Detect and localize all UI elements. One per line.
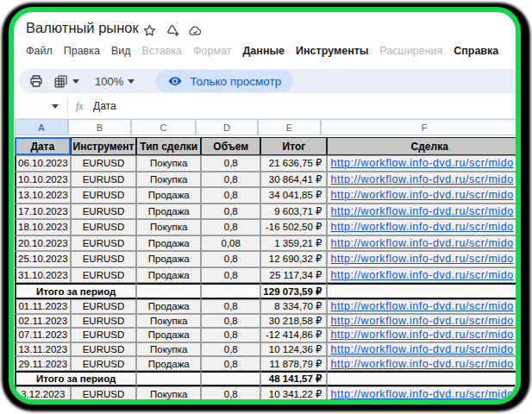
cell-volume[interactable]: 0,8 [201, 342, 260, 357]
cell-instrument[interactable]: EURUSD [71, 386, 137, 402]
cell-volume[interactable] [201, 283, 260, 299]
deal-link[interactable]: http://workflow.info-dvd.ru/scr/mido [330, 343, 513, 355]
cell-link[interactable]: http://workflow.info-dvd.ru/scr/mido [327, 251, 521, 267]
menu-item-tools[interactable]: Инструменты [296, 45, 368, 57]
menu-item-extensions[interactable]: Расширения [379, 45, 442, 57]
deal-link[interactable]: http://workflow.info-dvd.ru/scr/mido [330, 205, 513, 217]
cell-date[interactable]: 06.10.2023 [15, 155, 71, 172]
cell-link[interactable]: http://workflow.info-dvd.ru/scr/mido [327, 342, 521, 357]
cell-date[interactable]: 13.10.2023 [15, 187, 71, 204]
cell-total[interactable]: 12 690,32 ₽ [260, 251, 327, 267]
cell-instrument[interactable]: EURUSD [71, 155, 137, 172]
cell-total[interactable]: 25 117,34 ₽ [260, 267, 327, 284]
formula-input[interactable]: Дата [93, 100, 116, 112]
deal-link[interactable]: http://workflow.info-dvd.ru/scr/mido [330, 253, 513, 265]
cell-instrument[interactable]: EURUSD [71, 172, 137, 188]
cell-deal[interactable]: Продажа [136, 251, 201, 267]
cell-volume[interactable]: 0,8 [201, 328, 260, 342]
cell-volume[interactable]: 0,08 [201, 235, 260, 252]
deal-link[interactable]: http://workflow.info-dvd.ru/scr/mido [330, 388, 513, 400]
paint-format-button[interactable] [53, 74, 79, 89]
cell-instrument[interactable]: EURUSD [71, 299, 137, 314]
cell-volume[interactable]: 0,8 [201, 314, 260, 329]
cell-volume[interactable]: 0,8 [201, 187, 260, 204]
header-cell-3[interactable]: Объем [201, 137, 260, 155]
zoom-caret-icon[interactable] [128, 79, 135, 84]
cell-volume[interactable]: 0,8 [201, 204, 260, 220]
star-icon[interactable] [142, 23, 157, 38]
cell-instrument[interactable]: EURUSD [71, 235, 137, 252]
cell-link[interactable]: http://workflow.info-dvd.ru/scr/mido [327, 172, 521, 188]
cell-instrument[interactable]: EURUSD [71, 328, 137, 342]
menu-item-insert[interactable]: Вставка [142, 45, 182, 57]
deal-link[interactable]: http://workflow.info-dvd.ru/scr/mido [330, 189, 513, 201]
cell-volume[interactable]: 0,8 [201, 251, 260, 267]
cell-deal[interactable]: Продажа [136, 235, 201, 252]
cell-total[interactable]: 48 141,57 ₽ [260, 371, 327, 386]
cell-total[interactable]: 10 341,22 ₽ [260, 386, 327, 402]
cell-link[interactable]: http://workflow.info-dvd.ru/scr/mido [327, 204, 521, 220]
cell-instrument[interactable]: EURUSD [71, 219, 137, 235]
deal-link[interactable]: http://workflow.info-dvd.ru/scr/mido [330, 358, 513, 370]
cell-date[interactable]: 13.11.2023 [15, 342, 71, 357]
column-header-b[interactable]: B [68, 119, 131, 135]
doc-title[interactable]: Валютный рынок [26, 20, 139, 36]
cell-deal[interactable] [136, 371, 201, 386]
cell-date[interactable]: 07.11.2023 [15, 328, 71, 342]
cell-total[interactable]: 9 603,71 ₽ [260, 204, 327, 220]
shield-plus-icon[interactable] [166, 23, 180, 38]
cell-date[interactable]: 20.10.2023 [15, 235, 71, 252]
cell-deal[interactable]: Покупка [136, 386, 201, 402]
cell-date[interactable]: 02.11.2023 [15, 314, 71, 329]
menu-item-format[interactable]: Формат [193, 45, 231, 57]
cell-total[interactable]: -16 502,50 ₽ [260, 219, 327, 235]
cell-instrument[interactable]: EURUSD [71, 267, 137, 284]
deal-link[interactable]: http://workflow.info-dvd.ru/scr/mido [330, 173, 513, 185]
cell-link[interactable]: http://workflow.info-dvd.ru/scr/mido [327, 235, 521, 252]
cell-instrument[interactable]: EURUSD [71, 204, 137, 220]
cell-volume[interactable]: 0,8 [201, 386, 260, 402]
cell-deal[interactable]: Продажа [136, 356, 201, 371]
deal-link[interactable]: http://workflow.info-dvd.ru/scr/mido [330, 269, 513, 281]
cell-link[interactable]: http://workflow.info-dvd.ru/scr/mido [327, 267, 521, 284]
deal-link[interactable]: http://workflow.info-dvd.ru/scr/mido [330, 157, 513, 169]
cell-deal[interactable]: Покупка [136, 314, 201, 329]
cell-total[interactable]: 21 636,75 ₽ [260, 155, 327, 172]
cell-deal[interactable]: Покупка [136, 219, 201, 235]
cell-total[interactable]: 34 041,85 ₽ [260, 187, 327, 204]
column-header-e[interactable]: E [258, 119, 321, 135]
cell-deal[interactable]: Покупка [136, 172, 201, 188]
header-cell-1[interactable]: Инструмент [71, 137, 137, 155]
cell-deal[interactable]: Покупка [136, 155, 201, 172]
cell-volume[interactable]: 0,8 [201, 267, 260, 284]
cell-link[interactable]: http://workflow.info-dvd.ru/scr/mido [327, 219, 521, 235]
cell-deal[interactable]: Продажа [136, 328, 201, 342]
cell-instrument[interactable]: EURUSD [71, 187, 137, 204]
menu-item-data[interactable]: Данные [242, 45, 285, 57]
cell-link[interactable]: http://workflow.info-dvd.ru/scr/mido [327, 299, 521, 314]
cell-link[interactable] [327, 283, 521, 299]
cell-instrument[interactable]: EURUSD [71, 356, 137, 371]
cell-deal[interactable]: Продажа [136, 204, 201, 220]
cell-total[interactable]: 129 073,59 ₽ [260, 283, 327, 299]
cell-volume[interactable]: 0,8 [201, 219, 260, 235]
cell-instrument[interactable]: EURUSD [71, 342, 137, 357]
cell-deal[interactable]: Продажа [136, 187, 201, 204]
cell-date[interactable]: 31.10.2023 [15, 267, 71, 284]
cell-link[interactable]: http://workflow.info-dvd.ru/scr/mido [327, 187, 521, 204]
cell-total[interactable]: 10 124,36 ₽ [260, 342, 327, 357]
cell-deal[interactable]: Покупка [136, 342, 201, 357]
cell-total[interactable]: 30 218,58 ₽ [260, 314, 327, 329]
cell-date[interactable]: 01.11.2023 [15, 299, 71, 314]
menu-item-edit[interactable]: Правка [64, 45, 100, 57]
cell-date[interactable]: 18.10.2023 [15, 219, 71, 235]
header-cell-4[interactable]: Итог [260, 137, 327, 155]
cell-date[interactable]: 10.10.2023 [15, 172, 71, 188]
deal-link[interactable]: http://workflow.info-dvd.ru/scr/mido [330, 300, 513, 312]
deal-link[interactable]: http://workflow.info-dvd.ru/scr/mido [330, 237, 513, 249]
cell-total[interactable]: 30 864,41 ₽ [260, 172, 327, 188]
cell-volume[interactable]: 0,8 [201, 356, 260, 371]
menu-item-view[interactable]: Вид [111, 45, 131, 57]
cell-date[interactable]: 25.10.2023 [15, 251, 71, 267]
cell-link[interactable]: http://workflow.info-dvd.ru/scr/mido [327, 328, 521, 342]
